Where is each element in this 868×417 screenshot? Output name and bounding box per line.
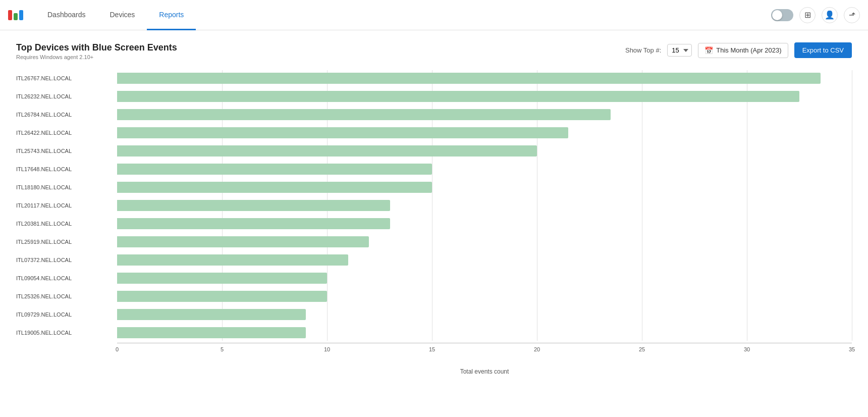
bar-fill xyxy=(117,109,611,120)
x-tick: 0 xyxy=(116,346,119,352)
bar-label: ITL26232.NEL.LOCAL xyxy=(16,93,112,99)
bar-row: ITL26422.NEL.LOCAL xyxy=(117,125,852,141)
bar-label: ITL25919.NEL.LOCAL xyxy=(16,239,112,245)
bar-label: ITL07372.NEL.LOCAL xyxy=(16,257,112,263)
bar-row: ITL17648.NEL.LOCAL xyxy=(117,161,852,177)
nav-dashboards[interactable]: Dashboards xyxy=(35,0,98,30)
page-content: Top Devices with Blue Screen Events Requ… xyxy=(0,30,868,407)
x-tick: 20 xyxy=(534,346,540,352)
theme-toggle[interactable] xyxy=(771,9,793,21)
bar-fill xyxy=(117,127,568,138)
bar-label: ITL09054.NEL.LOCAL xyxy=(16,275,112,281)
report-controls: Show Top #: 15 5 10 20 25 📅 This Month (… xyxy=(625,42,852,58)
x-tick: 30 xyxy=(744,346,750,352)
grid-line xyxy=(852,70,852,341)
bar-fill xyxy=(117,291,327,302)
export-csv-button[interactable]: Export to CSV xyxy=(794,42,852,58)
bar-row: ITL19005.NEL.LOCAL xyxy=(117,325,852,341)
bar-fill xyxy=(117,182,432,193)
user-icon-btn[interactable]: 👤 xyxy=(822,7,838,23)
nav-right: ⊞ 👤 ⬏ xyxy=(771,7,860,23)
bar-row: ITL07372.NEL.LOCAL xyxy=(117,252,852,268)
bar-row: ITL26767.NEL.LOCAL xyxy=(117,70,852,86)
bar-label: ITL19005.NEL.LOCAL xyxy=(16,330,112,336)
bar-row: ITL25326.NEL.LOCAL xyxy=(117,288,852,304)
bar-row: ITL26232.NEL.LOCAL xyxy=(117,88,852,105)
grid-icon-btn[interactable]: ⊞ xyxy=(799,7,816,23)
nav-items: Dashboards Devices Reports xyxy=(35,0,771,30)
date-picker-btn[interactable]: 📅 This Month (Apr 2023) xyxy=(698,43,788,58)
bar-label: ITL26784.NEL.LOCAL xyxy=(16,112,112,118)
bar-row: ITL25743.NEL.LOCAL xyxy=(117,143,852,159)
report-title: Top Devices with Blue Screen Events xyxy=(16,42,177,53)
logo xyxy=(8,10,23,20)
bar-row: ITL26784.NEL.LOCAL xyxy=(117,107,852,123)
bar-label: ITL25743.NEL.LOCAL xyxy=(16,148,112,154)
bar-label: ITL17648.NEL.LOCAL xyxy=(16,166,112,172)
bar-label: ITL25326.NEL.LOCAL xyxy=(16,293,112,299)
x-tick: 10 xyxy=(324,346,330,352)
x-axis-label: Total events count xyxy=(117,368,852,375)
top-select[interactable]: 15 5 10 20 25 xyxy=(667,44,692,57)
logo-bar-green xyxy=(14,13,18,20)
date-label: This Month (Apr 2023) xyxy=(716,46,781,54)
bar-label: ITL20381.NEL.LOCAL xyxy=(16,221,112,227)
bar-label: ITL26767.NEL.LOCAL xyxy=(16,75,112,81)
bar-fill xyxy=(117,254,348,266)
nav-bar: Dashboards Devices Reports ⊞ 👤 ⬏ xyxy=(0,0,868,30)
x-tick: 35 xyxy=(849,346,855,352)
report-title-block: Top Devices with Blue Screen Events Requ… xyxy=(16,42,177,60)
report-header: Top Devices with Blue Screen Events Requ… xyxy=(16,42,852,60)
x-axis-container: 05101520253035 xyxy=(117,343,852,358)
bar-row: ITL20381.NEL.LOCAL xyxy=(117,216,852,232)
bar-fill xyxy=(117,327,306,338)
bar-fill xyxy=(117,91,799,102)
report-subtitle: Requires Windows agent 2.10+ xyxy=(16,54,177,60)
bar-fill xyxy=(117,164,432,175)
toggle-knob xyxy=(772,10,782,20)
chart-container: ITL26767.NEL.LOCALITL26232.NEL.LOCALITL2… xyxy=(16,70,852,395)
bar-fill xyxy=(117,236,369,247)
calendar-icon: 📅 xyxy=(704,46,713,55)
nav-reports[interactable]: Reports xyxy=(147,0,196,30)
bar-label: ITL18180.NEL.LOCAL xyxy=(16,184,112,190)
bar-row: ITL18180.NEL.LOCAL xyxy=(117,179,852,195)
bar-row: ITL20117.NEL.LOCAL xyxy=(117,197,852,214)
bar-fill xyxy=(117,73,821,84)
show-top-label: Show Top #: xyxy=(625,46,661,54)
x-tick: 15 xyxy=(429,346,435,352)
bar-fill xyxy=(117,273,327,284)
bar-row: ITL09054.NEL.LOCAL xyxy=(117,270,852,286)
bar-label: ITL20117.NEL.LOCAL xyxy=(16,202,112,209)
bar-fill xyxy=(117,145,537,157)
bar-fill xyxy=(117,218,390,229)
x-tick: 25 xyxy=(639,346,645,352)
bar-fill xyxy=(117,200,390,211)
nav-devices[interactable]: Devices xyxy=(98,0,147,30)
x-tick: 5 xyxy=(221,346,224,352)
bar-row: ITL09729.NEL.LOCAL xyxy=(117,306,852,323)
bar-fill xyxy=(117,309,306,320)
logo-bar-blue xyxy=(19,10,23,20)
export-icon-btn[interactable]: ⬏ xyxy=(844,7,860,23)
bar-row: ITL25919.NEL.LOCAL xyxy=(117,234,852,250)
bar-label: ITL26422.NEL.LOCAL xyxy=(16,130,112,136)
logo-bar-red xyxy=(8,10,12,20)
bar-label: ITL09729.NEL.LOCAL xyxy=(16,311,112,318)
chart-inner: ITL26767.NEL.LOCALITL26232.NEL.LOCALITL2… xyxy=(117,70,852,341)
